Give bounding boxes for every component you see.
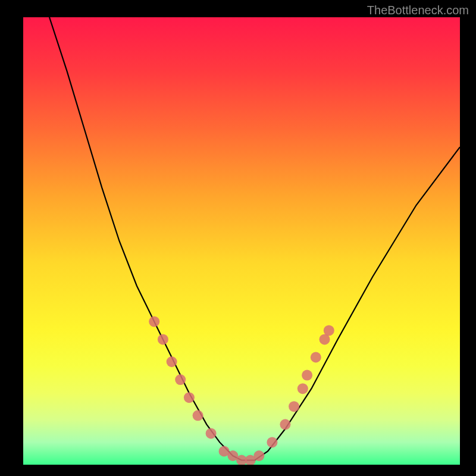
marker-point xyxy=(280,419,290,430)
highlight-markers xyxy=(149,316,334,465)
marker-point xyxy=(158,334,168,345)
marker-point xyxy=(193,410,203,421)
marker-point xyxy=(289,401,299,412)
marker-point xyxy=(175,374,186,385)
chart-svg xyxy=(23,17,460,465)
marker-point xyxy=(206,428,217,439)
marker-point xyxy=(298,383,308,394)
marker-point xyxy=(324,325,334,336)
marker-point xyxy=(302,370,312,381)
bottleneck-curve xyxy=(49,17,460,461)
marker-point xyxy=(167,356,177,367)
marker-point xyxy=(149,316,159,327)
watermark-text: TheBottleneck.com xyxy=(367,4,469,17)
curve-path xyxy=(49,17,460,461)
marker-point xyxy=(311,352,321,363)
marker-point xyxy=(184,392,195,403)
marker-point xyxy=(253,450,264,461)
marker-point xyxy=(267,437,277,447)
